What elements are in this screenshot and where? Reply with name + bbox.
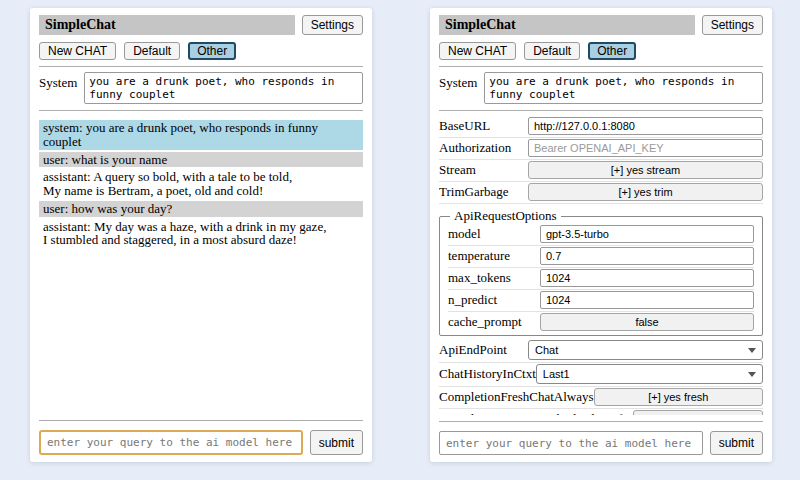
stream-toggle-button[interactable]: [+] yes stream bbox=[528, 161, 763, 179]
chat-panel-header: SimpleChat Settings bbox=[39, 15, 363, 35]
settings-panel-header: SimpleChat Settings bbox=[439, 15, 763, 35]
n-predict-label: n_predict bbox=[448, 292, 497, 308]
authorization-label: Authorization bbox=[439, 140, 511, 156]
submit-button[interactable]: submit bbox=[710, 431, 763, 455]
system-prompt-textarea[interactable]: you are a drunk poet, who responds in fu… bbox=[84, 72, 363, 104]
system-prompt-textarea[interactable]: you are a drunk poet, who responds in fu… bbox=[484, 72, 763, 104]
settings-panel: SimpleChat Settings New CHAT Default Oth… bbox=[430, 8, 772, 462]
new-chat-button[interactable]: New CHAT bbox=[39, 42, 116, 60]
setting-row-completionfreshchatalways: CompletionFreshChatAlways [+] yes fresh bbox=[439, 387, 763, 409]
query-input[interactable] bbox=[39, 430, 303, 455]
setting-row-trimgarbage: TrimGarbage [+] yes trim bbox=[439, 182, 763, 204]
chat-history-selected-value: Last1 bbox=[543, 368, 570, 380]
settings-button[interactable]: Settings bbox=[302, 15, 363, 35]
settings-button[interactable]: Settings bbox=[702, 15, 763, 35]
setting-row-baseurl: BaseURL bbox=[439, 116, 763, 138]
chat-message-assistant: assistant: My day was a haze, with a dri… bbox=[39, 219, 363, 249]
baseurl-label: BaseURL bbox=[439, 118, 490, 134]
apiendpoint-label: ApiEndPoint bbox=[439, 342, 507, 358]
session-toolbar: New CHAT Default Other bbox=[439, 42, 763, 60]
temperature-label: temperature bbox=[448, 248, 510, 264]
n-predict-input[interactable] bbox=[540, 291, 754, 309]
divider bbox=[39, 420, 363, 421]
setting-row-max-tokens: max_tokens bbox=[448, 268, 754, 290]
chevron-down-icon bbox=[748, 348, 756, 353]
chevron-down-icon bbox=[748, 372, 756, 377]
divider bbox=[439, 66, 763, 67]
completioninsertstandardroleprefix-label: CompletionInsertStandardRolePrefix bbox=[439, 411, 633, 415]
query-input[interactable] bbox=[439, 431, 703, 455]
system-prompt-row: System you are a drunk poet, who respond… bbox=[439, 72, 763, 104]
max-tokens-label: max_tokens bbox=[448, 270, 511, 286]
page: SimpleChat Settings New CHAT Default Oth… bbox=[0, 0, 800, 462]
api-endpoint-selected-value: Chat bbox=[535, 344, 558, 356]
trimgarbage-label: TrimGarbage bbox=[439, 184, 509, 200]
settings-list: BaseURL Authorization Stream [+] yes str… bbox=[439, 116, 763, 415]
setting-row-temperature: temperature bbox=[448, 246, 754, 268]
divider bbox=[39, 110, 363, 111]
max-tokens-input[interactable] bbox=[540, 269, 754, 287]
new-chat-button[interactable]: New CHAT bbox=[439, 42, 516, 60]
divider bbox=[39, 66, 363, 67]
query-row: submit bbox=[439, 431, 763, 455]
cache-prompt-toggle-button[interactable]: false bbox=[540, 313, 754, 331]
submit-button[interactable]: submit bbox=[310, 430, 363, 455]
divider bbox=[439, 110, 763, 111]
api-request-options-legend: ApiRequestOptions bbox=[450, 208, 561, 224]
session-other-button[interactable]: Other bbox=[188, 42, 236, 60]
system-label: System bbox=[39, 72, 77, 104]
chat-panel: SimpleChat Settings New CHAT Default Oth… bbox=[30, 8, 372, 462]
setting-row-completioninsertstandardroleprefix: CompletionInsertStandardRolePrefix [-] d… bbox=[439, 409, 763, 415]
setting-row-n-predict: n_predict bbox=[448, 290, 754, 312]
chat-message-system: system: you are a drunk poet, who respon… bbox=[39, 120, 363, 150]
app-title: SimpleChat bbox=[39, 15, 295, 35]
session-default-button[interactable]: Default bbox=[524, 42, 580, 60]
temperature-input[interactable] bbox=[540, 247, 754, 265]
setting-row-model: model bbox=[448, 224, 754, 246]
setting-row-cache-prompt: cache_prompt false bbox=[448, 312, 754, 333]
model-input[interactable] bbox=[540, 225, 754, 243]
chat-message-user: user: what is your name bbox=[39, 152, 363, 168]
chat-message-user: user: how was your day? bbox=[39, 201, 363, 217]
trimgarbage-toggle-button[interactable]: [+] yes trim bbox=[528, 183, 763, 201]
cache-prompt-label: cache_prompt bbox=[448, 314, 522, 330]
setting-row-stream: Stream [+] yes stream bbox=[439, 160, 763, 182]
session-toolbar: New CHAT Default Other bbox=[39, 42, 363, 60]
divider bbox=[439, 421, 763, 422]
completion-insert-role-prefix-toggle-button[interactable]: [-] dont insert bbox=[633, 410, 763, 415]
completion-fresh-chat-toggle-button[interactable]: [+] yes fresh bbox=[594, 388, 763, 406]
baseurl-input[interactable] bbox=[528, 117, 763, 135]
chat-messages[interactable]: system: you are a drunk poet, who respon… bbox=[39, 118, 363, 414]
system-prompt-row: System you are a drunk poet, who respond… bbox=[39, 72, 363, 104]
authorization-input[interactable] bbox=[528, 139, 763, 157]
chat-message-assistant: assistant: A query so bold, with a tale … bbox=[39, 169, 363, 199]
model-label: model bbox=[448, 226, 481, 242]
chat-history-in-ctxt-select[interactable]: Last1 bbox=[536, 364, 763, 384]
setting-row-apiendpoint: ApiEndPoint Chat bbox=[439, 339, 763, 363]
system-label: System bbox=[439, 72, 477, 104]
chathistoryinctxt-label: ChatHistoryInCtxt bbox=[439, 366, 536, 382]
query-row: submit bbox=[39, 430, 363, 455]
session-other-button[interactable]: Other bbox=[588, 42, 636, 60]
setting-row-chathistoryinctxt: ChatHistoryInCtxt Last1 bbox=[439, 363, 763, 387]
setting-row-authorization: Authorization bbox=[439, 138, 763, 160]
session-default-button[interactable]: Default bbox=[124, 42, 180, 60]
app-title: SimpleChat bbox=[439, 15, 695, 35]
api-request-options-fieldset: ApiRequestOptions model temperature max_… bbox=[439, 208, 763, 336]
completionfreshchatalways-label: CompletionFreshChatAlways bbox=[439, 389, 594, 405]
api-endpoint-select[interactable]: Chat bbox=[528, 340, 763, 360]
stream-label: Stream bbox=[439, 162, 476, 178]
